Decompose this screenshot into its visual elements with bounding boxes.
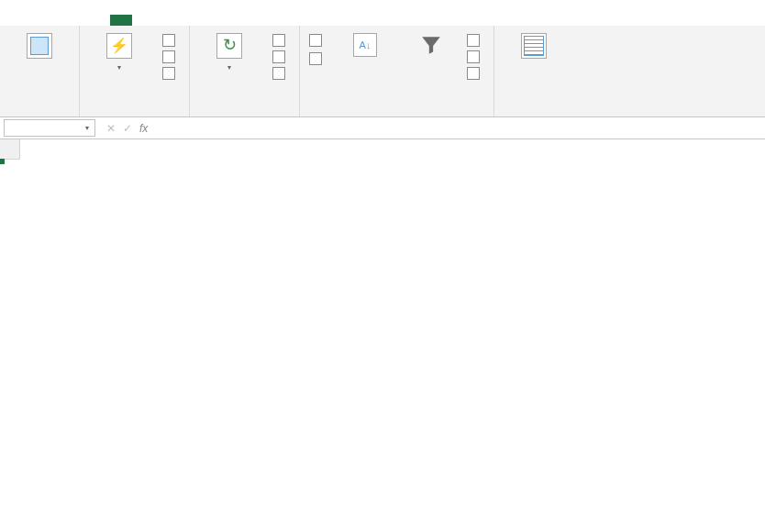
tab-data[interactable] [110, 15, 132, 26]
properties-button [271, 50, 292, 64]
ribbon-tabs [0, 0, 765, 26]
tab-home[interactable] [22, 15, 44, 26]
spreadsheet [0, 139, 765, 160]
cell-selection [0, 160, 4, 163]
query-icon [106, 33, 132, 59]
ribbon-group-external-data [0, 26, 80, 116]
tab-insert[interactable] [44, 15, 66, 26]
ribbon-group-label [7, 113, 72, 115]
refresh-all-button[interactable]: ▾ [197, 29, 261, 72]
ribbon: ▾ ▾ [0, 26, 765, 117]
sort-asc-icon [309, 34, 322, 47]
show-queries-button[interactable] [161, 33, 182, 48]
edit-links-button [271, 66, 292, 81]
sort-asc-button[interactable] [307, 33, 324, 48]
recent-icon [162, 67, 175, 80]
ribbon-group-label [307, 113, 486, 115]
get-external-data-button[interactable] [7, 29, 72, 64]
ribbon-group-data-tools [494, 26, 573, 116]
chevron-down-icon: ▾ [227, 64, 231, 72]
ribbon-group-sort-filter [300, 26, 494, 116]
edit-links-icon [272, 67, 285, 80]
formula-input[interactable] [155, 117, 765, 139]
text-to-columns-button[interactable] [502, 29, 566, 61]
filter-button[interactable] [406, 29, 456, 59]
ribbon-group-label [502, 113, 566, 115]
ribbon-group-connections: ▾ [190, 26, 300, 116]
sort-button[interactable] [333, 29, 397, 59]
recent-sources-button[interactable] [161, 66, 182, 81]
tab-view[interactable] [154, 15, 176, 26]
formula-bar-buttons: ✕ ✓ fx [99, 117, 155, 139]
sort-desc-icon [309, 52, 322, 65]
reapply-icon [467, 50, 480, 63]
ribbon-group-get-transform: ▾ [80, 26, 190, 116]
sort-desc-button[interactable] [307, 51, 324, 66]
funnel-icon [419, 33, 443, 57]
fx-icon[interactable]: fx [139, 122, 148, 135]
chevron-down-icon: ▾ [117, 64, 121, 72]
reapply-filter-button [465, 50, 486, 64]
tab-load[interactable] [198, 15, 220, 26]
ribbon-group-label [197, 113, 292, 115]
clear-filter-button [465, 33, 486, 48]
tab-review[interactable] [132, 15, 154, 26]
list-icon [162, 34, 175, 47]
formula-bar-row: ▾ ✕ ✓ fx [0, 117, 765, 139]
clear-icon [467, 34, 480, 47]
connections-button[interactable] [271, 33, 292, 48]
tab-file[interactable] [0, 15, 22, 26]
columns-icon [521, 33, 547, 59]
advanced-filter-button[interactable] [465, 66, 486, 81]
create-query-button[interactable]: ▾ [87, 29, 151, 72]
ribbon-group-label [87, 113, 182, 115]
column-headers [20, 139, 765, 160]
chevron-down-icon: ▾ [85, 124, 89, 132]
table-icon [162, 50, 175, 63]
accept-icon[interactable]: ✓ [123, 122, 132, 135]
from-table-button[interactable] [161, 50, 182, 64]
link-icon [272, 34, 285, 47]
advanced-icon [467, 67, 480, 80]
properties-icon [272, 50, 285, 63]
select-all-triangle[interactable] [0, 139, 20, 160]
refresh-icon [216, 33, 242, 59]
cancel-icon[interactable]: ✕ [106, 122, 116, 135]
tab-formulas[interactable] [88, 15, 110, 26]
tab-layout[interactable] [66, 15, 88, 26]
name-box[interactable]: ▾ [4, 119, 95, 137]
sort-icon [353, 33, 377, 57]
database-icon [27, 33, 52, 59]
tab-addins[interactable] [176, 15, 198, 26]
